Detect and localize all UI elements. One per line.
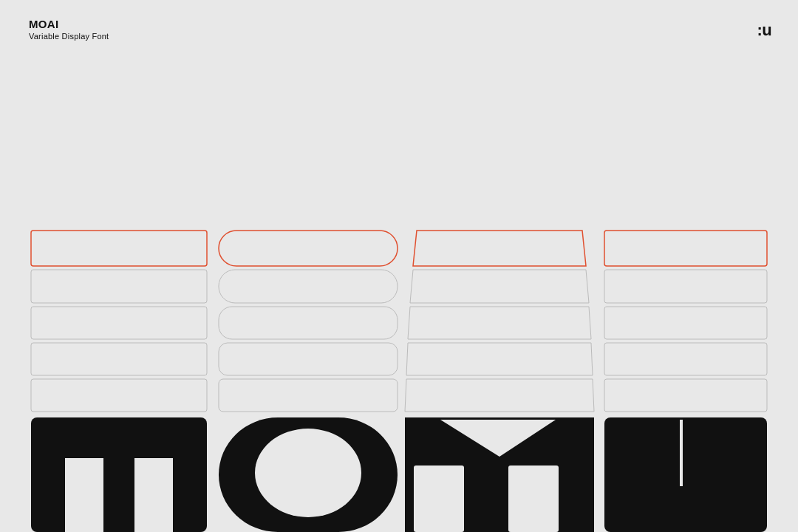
svg-rect-23 <box>680 420 683 486</box>
product-name: MOAI <box>29 18 109 31</box>
svg-rect-7 <box>134 458 173 532</box>
svg-rect-5 <box>31 417 207 532</box>
svg-rect-1 <box>31 270 207 303</box>
svg-rect-22 <box>604 417 767 532</box>
font-preview-svg <box>30 229 768 532</box>
svg-rect-11 <box>219 343 398 375</box>
svg-rect-0 <box>31 231 207 266</box>
product-subtitle: Variable Display Font <box>29 31 109 42</box>
svg-rect-10 <box>219 307 398 339</box>
brand-logo: :u <box>757 21 771 40</box>
svg-rect-16 <box>508 466 559 532</box>
svg-rect-12 <box>219 379 398 412</box>
svg-rect-17 <box>604 231 767 266</box>
svg-rect-4 <box>31 379 207 412</box>
svg-rect-21 <box>604 379 767 412</box>
svg-rect-19 <box>604 307 767 339</box>
svg-rect-9 <box>219 270 398 303</box>
svg-rect-8 <box>219 231 398 266</box>
svg-rect-3 <box>31 343 207 375</box>
header: MOAI Variable Display Font <box>29 18 109 42</box>
svg-rect-6 <box>65 458 103 532</box>
svg-rect-15 <box>414 466 464 532</box>
svg-rect-20 <box>604 343 767 375</box>
svg-rect-18 <box>604 270 767 303</box>
svg-point-14 <box>255 429 361 517</box>
svg-rect-2 <box>31 307 207 339</box>
